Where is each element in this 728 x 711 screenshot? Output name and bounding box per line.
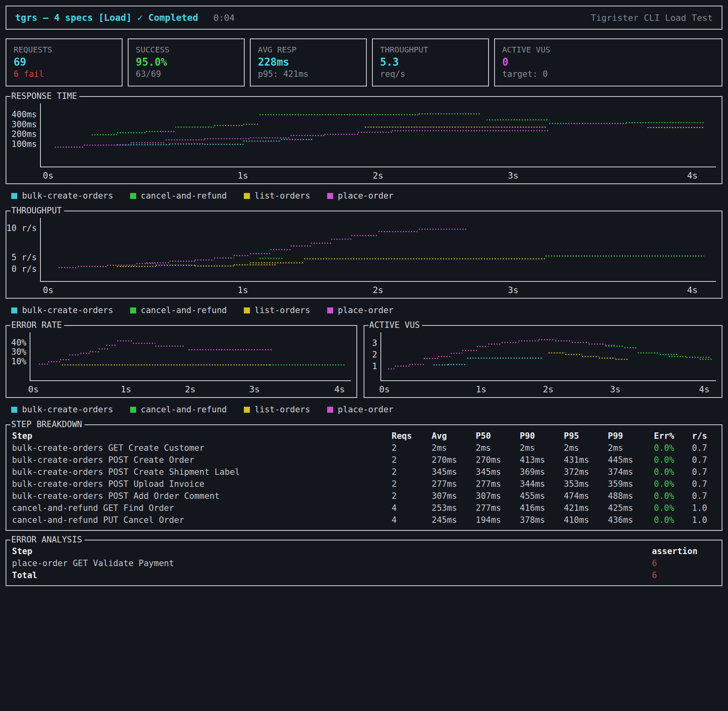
- x-tick-label: 0s: [43, 171, 54, 181]
- panel-title: ACTIVE VUS: [368, 320, 422, 330]
- metric-cell: 253ms: [432, 502, 476, 514]
- y-tick-label: 1: [372, 362, 377, 371]
- elapsed-time: 0:04: [213, 13, 235, 23]
- column-header: Err%: [654, 430, 692, 442]
- column-header: P99: [608, 430, 654, 442]
- metric-cell: 0.7: [692, 478, 716, 490]
- metric-cell: 425ms: [608, 502, 654, 514]
- legend-swatch-magenta: [327, 407, 333, 413]
- y-tick-label: 400ms: [12, 110, 37, 119]
- stat-requests: REQUESTS 69 6 fail: [6, 38, 123, 86]
- y-axis-labels: 400ms300ms200ms100ms: [6, 103, 40, 167]
- metric-cell: 344ms: [520, 478, 564, 490]
- x-axis-labels: 0s1s2s3s4s: [30, 381, 351, 397]
- metric-cell: 455ms: [520, 490, 564, 502]
- y-axis-labels: 40%30%10%: [6, 332, 30, 381]
- legend-swatch-magenta: [327, 193, 333, 199]
- stats-row: REQUESTS 69 6 fail SUCCESS 95.0% 63/69 A…: [6, 38, 722, 86]
- metric-cell: 2: [392, 454, 432, 466]
- x-tick-label: 3s: [508, 171, 519, 181]
- panel-title: RESPONSE TIME: [10, 91, 79, 101]
- x-tick-label: 3s: [610, 384, 621, 394]
- stat-value: 5.3: [380, 56, 481, 68]
- metric-cell: 410ms: [564, 514, 608, 526]
- panel-title: STEP BREAKDOWN: [10, 420, 84, 429]
- y-tick-label: 200ms: [12, 129, 37, 139]
- metric-cell: 270ms: [476, 454, 520, 466]
- panel-title: THROUGHPUT: [10, 206, 64, 215]
- metric-cell: 2ms: [520, 442, 564, 454]
- legend-swatch-green: [130, 307, 136, 313]
- error-rate-canvas: [30, 332, 351, 380]
- x-tick-label: 3s: [249, 384, 260, 394]
- legend-swatch-green: [130, 407, 136, 413]
- stat-throughput: THROUGHPUT 5.3 req/s: [372, 38, 489, 86]
- metric-cell: 353ms: [564, 478, 608, 490]
- metric-cell: 270ms: [432, 454, 476, 466]
- metric-cell: 2ms: [476, 442, 520, 454]
- metric-cell: 0.0%: [654, 514, 692, 526]
- metric-cell: 2ms: [608, 442, 654, 454]
- legend-item: place-order: [327, 405, 394, 414]
- legend-item: cancel-and-refund: [130, 405, 227, 414]
- legend-throughput: bulk-create-orders cancel-and-refund lis…: [11, 305, 722, 315]
- stat-label: SUCCESS: [136, 45, 237, 54]
- column-header: Avg: [432, 430, 476, 442]
- y-tick-label: 10%: [11, 357, 26, 366]
- throughput-canvas: [41, 218, 716, 281]
- metric-cell: 421ms: [564, 502, 608, 514]
- stat-active-vus: ACTIVE VUS 0 target: 0: [494, 38, 722, 86]
- run-status-title: tgrs — 4 specs [Load] ✓ Completed: [15, 12, 198, 23]
- panel-title: ERROR ANALYSIS: [10, 535, 84, 544]
- active-vus-canvas: [381, 332, 716, 380]
- legend-item: cancel-and-refund: [130, 191, 227, 201]
- metric-cell: 2ms: [564, 442, 608, 454]
- metric-cell: 0.7: [692, 490, 716, 502]
- response-time-canvas: [41, 103, 716, 167]
- legend-swatch-cyan: [11, 407, 17, 413]
- stat-value: 95.0%: [136, 56, 237, 68]
- legend-swatch-yellow: [244, 307, 250, 313]
- metric-cell: 0.0%: [654, 502, 692, 514]
- metric-cell: 1.0: [692, 502, 716, 514]
- step-name-cell: bulk-create-orders POST Add Order Commen…: [12, 490, 392, 502]
- metric-cell: 0.0%: [654, 490, 692, 502]
- total-label: Total: [12, 569, 652, 581]
- x-tick-label: 1s: [237, 285, 248, 295]
- metric-cell: 2ms: [432, 442, 476, 454]
- step-breakdown-table: Step Reqs Avg P50 P90 P95 P99 Err% r/s b…: [12, 430, 716, 526]
- title-bar: tgrs — 4 specs [Load] ✓ Completed 0:04 T…: [6, 6, 722, 30]
- column-header: P95: [564, 430, 608, 442]
- x-tick-label: 4s: [699, 384, 710, 394]
- stat-value: 228ms: [258, 56, 359, 68]
- metric-cell: 0.0%: [654, 478, 692, 490]
- stat-label: ACTIVE VUS: [502, 45, 714, 54]
- stat-value: 0: [502, 56, 714, 68]
- x-tick-label: 2s: [185, 384, 196, 394]
- x-tick-label: 1s: [476, 384, 487, 394]
- step-name-cell: cancel-and-refund PUT Cancel Order: [12, 514, 392, 526]
- x-axis-labels: 0s1s2s3s4s: [380, 381, 716, 397]
- metric-cell: 245ms: [432, 514, 476, 526]
- x-tick-label: 2s: [373, 285, 384, 295]
- metric-cell: 2: [392, 466, 432, 478]
- column-header: Step: [12, 430, 392, 442]
- metric-cell: 445ms: [608, 454, 654, 466]
- error-row-step: place-order GET Validate Payment: [12, 557, 652, 569]
- x-tick-label: 4s: [687, 171, 698, 181]
- y-tick-label: 5 r/s: [12, 253, 37, 262]
- metric-cell: 194ms: [476, 514, 520, 526]
- x-tick-label: 1s: [237, 171, 248, 181]
- stat-label: THROUGHPUT: [380, 45, 481, 54]
- error-rate-plot: [30, 332, 351, 381]
- active-vus-chart-panel: ACTIVE VUS 321 0s1s2s3s4s: [364, 325, 722, 398]
- metric-cell: 307ms: [432, 490, 476, 502]
- y-axis-labels: 321: [364, 332, 380, 381]
- metric-cell: 416ms: [520, 502, 564, 514]
- y-tick-label: 10 r/s: [6, 223, 37, 233]
- metric-cell: 359ms: [608, 478, 654, 490]
- metric-cell: 1.0: [692, 514, 716, 526]
- metric-cell: 345ms: [476, 466, 520, 478]
- x-tick-label: 0s: [28, 384, 39, 394]
- metric-cell: 277ms: [432, 478, 476, 490]
